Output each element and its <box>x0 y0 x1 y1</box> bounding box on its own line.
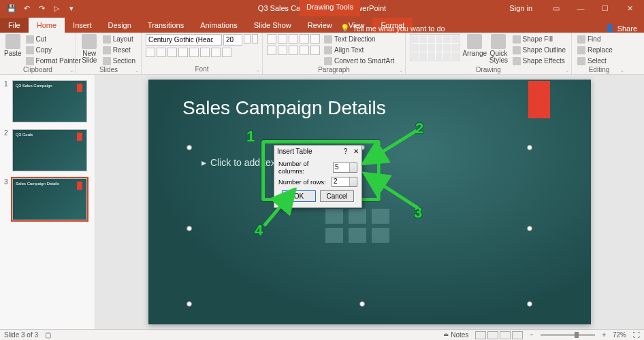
paste-button[interactable]: Paste <box>4 34 22 66</box>
thumb-title: Q3 Sales Campaign <box>16 84 52 88</box>
shadow-button[interactable] <box>178 48 188 57</box>
dialog-close-icon[interactable]: ✕ <box>353 148 359 155</box>
tab-transitions[interactable]: Transitions <box>140 18 192 33</box>
zoom-level[interactable]: 72% <box>613 331 626 339</box>
thumb-title: Q3 Goals <box>16 133 33 137</box>
numbering-button[interactable] <box>278 34 287 44</box>
editing-group-label: Editing <box>576 66 622 73</box>
tab-animations[interactable]: Animations <box>192 18 245 33</box>
slide-canvas[interactable]: Sales Campaign Details ▸ Click to add te… <box>148 80 591 324</box>
slideshow-view-button[interactable] <box>512 331 523 339</box>
qat-dropdown-icon[interactable]: ▾ <box>65 2 78 14</box>
text-direction-button[interactable]: Text Direction <box>323 34 396 44</box>
align-center-button[interactable] <box>278 46 287 55</box>
quick-styles-button[interactable]: Quick Styles <box>489 34 508 66</box>
columns-button[interactable] <box>310 46 320 55</box>
save-icon[interactable]: 💾 <box>5 2 18 14</box>
align-left-button[interactable] <box>267 46 276 55</box>
zoom-in-button[interactable]: + <box>602 331 606 339</box>
underline-button[interactable] <box>167 48 177 57</box>
close-icon[interactable]: ✕ <box>618 0 641 16</box>
undo-icon[interactable]: ↶ <box>20 2 33 14</box>
convert-smartart-button[interactable]: Convert to SmartArt <box>323 56 396 66</box>
zoom-out-button[interactable]: − <box>530 331 534 339</box>
select-icon <box>577 57 585 65</box>
align-right-button[interactable] <box>289 46 298 55</box>
slide-editor[interactable]: Sales Campaign Details ▸ Click to add te… <box>95 75 644 329</box>
cancel-button[interactable]: Cancel <box>320 190 354 202</box>
decrease-font-icon[interactable] <box>252 34 259 44</box>
new-slide-button[interactable]: New Slide <box>80 34 99 66</box>
tab-file[interactable]: File <box>0 18 29 33</box>
slide-thumbnail-3[interactable]: Sales Campaign Details <box>12 178 87 220</box>
tab-slide-show[interactable]: Slide Show <box>246 18 300 33</box>
shapes-gallery[interactable] <box>410 34 460 61</box>
arrange-button[interactable]: Arrange <box>463 34 486 66</box>
tell-me-search[interactable]: 💡 Tell me what you want to do <box>340 24 445 33</box>
ribbon: Paste Cut Copy Format Painter Clipboard … <box>0 33 644 75</box>
tab-design[interactable]: Design <box>100 18 140 33</box>
sign-in-link[interactable]: Sign in <box>509 4 532 12</box>
notes-button[interactable]: ≐ Notes <box>443 331 468 339</box>
spell-check-icon[interactable]: ▢ <box>45 331 51 339</box>
section-button[interactable]: Section <box>101 56 137 66</box>
maximize-icon[interactable]: ☐ <box>594 0 617 16</box>
zoom-slider[interactable] <box>541 334 595 336</box>
minimize-icon[interactable]: — <box>569 0 592 16</box>
strikethrough-button[interactable] <box>189 48 199 57</box>
font-size-select[interactable] <box>223 34 242 46</box>
find-icon <box>577 35 585 44</box>
char-spacing-button[interactable] <box>200 48 210 57</box>
find-button[interactable]: Find <box>576 34 622 44</box>
line-spacing-button[interactable] <box>310 34 320 44</box>
tab-home[interactable]: Home <box>29 18 65 33</box>
columns-value: 5 <box>335 163 339 171</box>
format-painter-button[interactable]: Format Painter <box>25 56 82 66</box>
align-text-button[interactable]: Align Text <box>323 45 396 55</box>
select-button[interactable]: Select <box>576 56 622 66</box>
start-from-beginning-icon[interactable]: ▷ <box>50 2 63 14</box>
slide-sorter-button[interactable] <box>487 331 498 339</box>
slide-thumbnail-1[interactable]: Q3 Sales Campaign <box>12 80 87 122</box>
ribbon-options-icon[interactable]: ▭ <box>545 0 568 16</box>
replace-button[interactable]: Replace <box>576 45 622 55</box>
shape-effects-button[interactable]: Shape Effects <box>511 56 567 66</box>
shape-fill-button[interactable]: Shape Fill <box>511 34 567 44</box>
tab-insert[interactable]: Insert <box>65 18 100 33</box>
normal-view-button[interactable] <box>475 331 486 339</box>
fit-to-window-button[interactable]: ⛶ <box>633 331 640 339</box>
reset-button[interactable]: Reset <box>101 45 137 55</box>
arrange-label: Arrange <box>462 50 487 57</box>
redo-icon[interactable]: ↷ <box>35 2 48 14</box>
annotation-number-4: 4 <box>255 222 263 239</box>
dialog-help-icon[interactable]: ? <box>344 148 348 155</box>
increase-font-icon[interactable] <box>244 34 251 44</box>
shape-outline-button[interactable]: Shape Outline <box>511 45 567 55</box>
slide-title[interactable]: Sales Campaign Details <box>182 97 386 119</box>
layout-button[interactable]: Layout <box>101 34 137 44</box>
font-color-button[interactable] <box>222 48 231 57</box>
copy-button[interactable]: Copy <box>25 45 82 55</box>
bullets-button[interactable] <box>267 34 276 44</box>
ok-button[interactable]: OK <box>282 190 316 202</box>
share-button[interactable]: 👤 Share <box>605 24 637 33</box>
align-text-label: Align Text <box>334 46 364 54</box>
reading-view-button[interactable] <box>500 331 511 339</box>
decrease-indent-button[interactable] <box>289 34 298 44</box>
justify-button[interactable] <box>300 46 309 55</box>
slide-thumbnail-2[interactable]: Q3 Goals <box>12 129 87 171</box>
increase-indent-button[interactable] <box>300 34 309 44</box>
bold-button[interactable] <box>146 48 155 57</box>
italic-button[interactable] <box>157 48 166 57</box>
cut-icon <box>26 35 34 44</box>
new-slide-icon <box>82 34 97 49</box>
columns-spinner[interactable]: 5 <box>333 163 357 173</box>
align-text-icon <box>324 46 332 54</box>
rows-spinner[interactable]: 2 <box>332 177 357 187</box>
tab-review[interactable]: Review <box>300 18 340 33</box>
change-case-button[interactable] <box>211 48 221 57</box>
font-name-select[interactable] <box>146 34 222 46</box>
cut-button[interactable]: Cut <box>25 34 82 44</box>
slide-counter: Slide 3 of 3 <box>4 331 38 339</box>
reset-label: Reset <box>113 46 131 54</box>
